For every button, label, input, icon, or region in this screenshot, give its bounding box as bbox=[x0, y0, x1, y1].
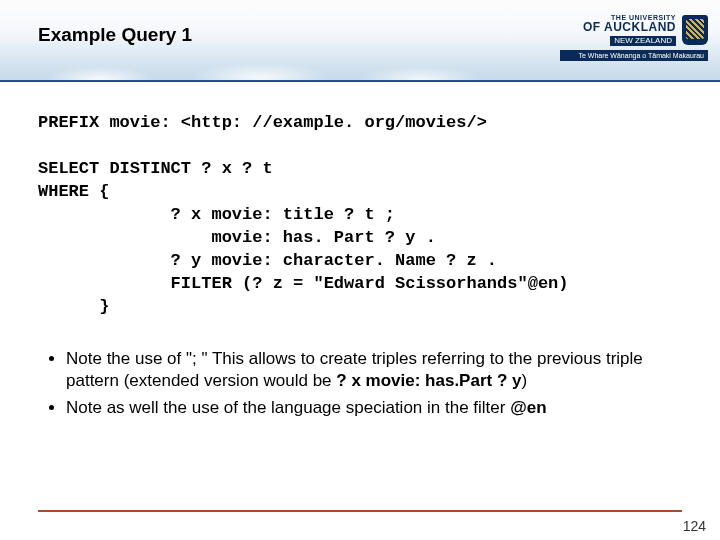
code-line: PREFIX movie: <http: //example. org/movi… bbox=[38, 113, 487, 132]
code-line: FILTER (? z = "Edward Scissorhands"@en) bbox=[38, 274, 569, 293]
code-line: } bbox=[38, 297, 109, 316]
slide-header: Example Query 1 THE UNIVERSITY OF AUCKLA… bbox=[0, 0, 720, 82]
logo-subline: Te Whare Wānanga o Tāmaki Makaurau bbox=[560, 50, 708, 61]
note-item: Note as well the use of the language spe… bbox=[66, 397, 682, 418]
university-logo: THE UNIVERSITY OF AUCKLAND NEW ZEALAND T… bbox=[560, 14, 708, 61]
footer-divider bbox=[38, 510, 682, 512]
note-bold: @en bbox=[510, 398, 546, 417]
note-text: ) bbox=[521, 371, 527, 390]
note-bold: ? x movie: has.Part ? y bbox=[336, 371, 521, 390]
page-number: 124 bbox=[683, 518, 706, 534]
note-text: Note as well the use of the language spe… bbox=[66, 398, 510, 417]
page-title: Example Query 1 bbox=[38, 24, 192, 46]
code-line: WHERE { bbox=[38, 182, 109, 201]
logo-line2: OF AUCKLAND bbox=[583, 21, 676, 34]
note-item: Note the use of "; " This allows to crea… bbox=[66, 348, 682, 391]
code-line: SELECT DISTINCT ? x ? t bbox=[38, 159, 273, 178]
code-block: PREFIX movie: <http: //example. org/movi… bbox=[38, 112, 682, 318]
slide-content: PREFIX movie: <http: //example. org/movi… bbox=[0, 82, 720, 418]
logo-line3: NEW ZEALAND bbox=[610, 36, 676, 46]
notes-block: Note the use of "; " This allows to crea… bbox=[38, 348, 682, 418]
code-line: ? x movie: title ? t ; bbox=[38, 205, 395, 224]
crest-icon bbox=[682, 15, 708, 45]
code-line: movie: has. Part ? y . bbox=[38, 228, 436, 247]
code-line: ? y movie: character. Name ? z . bbox=[38, 251, 497, 270]
